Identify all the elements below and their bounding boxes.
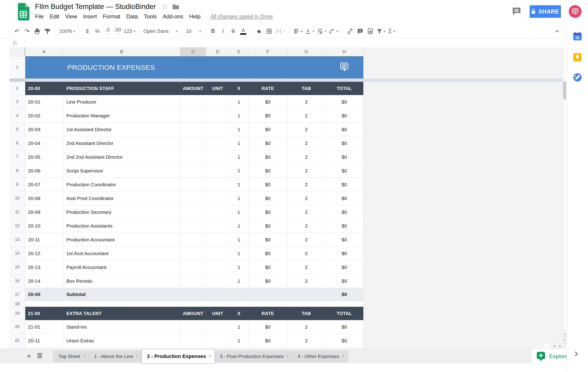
horizontal-align-button[interactable]: ▾ (293, 27, 303, 36)
cell-B13[interactable]: Production Accountant (63, 233, 180, 247)
account-avatar[interactable] (569, 5, 582, 18)
cell-B20[interactable]: Stand-ins (63, 320, 180, 334)
cell-G4[interactable]: 2 (287, 109, 326, 123)
cell-E2[interactable]: X (230, 82, 249, 95)
row-number-18[interactable]: 18 (10, 301, 25, 307)
cell-B19[interactable]: EXTRA TALENT (63, 307, 180, 320)
cell-G10[interactable]: 2 (287, 192, 326, 205)
cell-A10[interactable]: 20-08 (25, 192, 63, 205)
vertical-scrollbar-thumb[interactable] (563, 82, 566, 99)
cell-A5[interactable]: 20-03 (25, 123, 63, 136)
formula-input[interactable] (28, 39, 567, 47)
comments-icon[interactable] (512, 7, 521, 16)
cell-A20[interactable]: 21-01 (25, 320, 63, 334)
cell-F2[interactable]: RATE (249, 82, 287, 95)
scroll-up-button[interactable]: ▲ (563, 331, 567, 337)
cell-D14[interactable] (206, 247, 230, 260)
insert-comment-button[interactable] (356, 27, 364, 36)
tab-dropdown-icon[interactable]: ▾ (209, 354, 211, 358)
cell-F5[interactable]: $0 (249, 123, 287, 136)
sheet-tab-2-production-expenses[interactable]: 2 - Production Expenses▾ (142, 349, 215, 363)
cell-H11[interactable]: $0 (326, 205, 363, 219)
undo-button[interactable]: ↶ (13, 27, 21, 36)
increase-decimals-button[interactable]: .00→ (114, 27, 122, 36)
cell-H10[interactable]: $0 (326, 192, 363, 205)
cell-C3[interactable] (180, 95, 206, 109)
cell-A18[interactable] (25, 301, 63, 307)
menu-format[interactable]: Format (100, 13, 123, 20)
font-select[interactable]: Open Sans▾ (143, 27, 178, 36)
cell-G3[interactable]: 2 (287, 95, 326, 109)
collapse-panel-chevron-icon[interactable] (572, 350, 580, 358)
column-header-D[interactable]: D (206, 47, 230, 56)
cell-C12[interactable] (180, 219, 206, 233)
bold-button[interactable]: B (209, 27, 217, 36)
row-number-3[interactable]: 3 (10, 95, 25, 109)
cell-F9[interactable]: $0 (249, 178, 287, 192)
cell-D9[interactable] (206, 178, 230, 192)
column-header-G[interactable]: G (287, 47, 326, 56)
cell-E6[interactable]: 1 (230, 136, 249, 150)
row-number-6[interactable]: 6 (10, 136, 25, 150)
cell-B17[interactable]: Subtotal (63, 288, 180, 301)
cell-H17[interactable]: $0 (326, 288, 363, 301)
cell-G18[interactable] (287, 301, 326, 307)
cell-E8[interactable]: 1 (230, 164, 249, 178)
row-number-20[interactable]: 20 (10, 320, 25, 334)
cell-C17[interactable] (180, 288, 206, 301)
cell-C8[interactable] (180, 164, 206, 178)
cell-G14[interactable]: 2 (287, 247, 326, 260)
column-header-E[interactable]: E (230, 47, 249, 56)
cell-G6[interactable]: 2 (287, 136, 326, 150)
cell-A11[interactable]: 20-09 (25, 205, 63, 219)
cell-F6[interactable]: $0 (249, 136, 287, 150)
cell-A9[interactable]: 20-07 (25, 178, 63, 192)
cell-H8[interactable]: $0 (326, 164, 363, 178)
cell-H12[interactable]: $0 (326, 219, 363, 233)
cell-B4[interactable]: Production Manager (63, 109, 180, 123)
cell-B9[interactable]: Production Coordinator (63, 178, 180, 192)
cell-A16[interactable]: 20-14 (25, 274, 63, 288)
horizontal-scrollbar[interactable]: ◀ ▶ (544, 343, 567, 349)
font-size-select[interactable]: 10▾ (186, 27, 201, 36)
cell-F16[interactable]: $0 (249, 274, 287, 288)
cell-F14[interactable]: $0 (249, 247, 287, 260)
cell-H18[interactable] (326, 301, 363, 307)
cell-G19[interactable]: TAB (287, 307, 326, 320)
cell-A6[interactable]: 20-04 (25, 136, 63, 150)
collapse-toolbar-button[interactable] (554, 28, 561, 35)
add-sheet-button[interactable]: + (24, 350, 34, 362)
cell-A21[interactable]: 20-11 (25, 334, 63, 348)
sheets-logo-icon[interactable] (17, 3, 29, 21)
column-header-C[interactable]: C (180, 47, 206, 56)
cell-D19[interactable]: UNIT (206, 307, 230, 320)
insert-link-button[interactable] (346, 27, 354, 36)
cell-G16[interactable]: 2 (287, 274, 326, 288)
scroll-right-button[interactable]: ▶ (557, 343, 563, 349)
cell-F7[interactable]: $0 (249, 150, 287, 164)
cell-G15[interactable]: 2 (287, 260, 326, 274)
cell-A13[interactable]: 20-11 (25, 233, 63, 247)
cell-A14[interactable]: 20-12 (25, 247, 63, 260)
cell-D15[interactable] (206, 260, 230, 274)
cell-G21[interactable]: 2 (287, 334, 326, 348)
cell-G20[interactable]: 2 (287, 320, 326, 334)
cell-F10[interactable]: $0 (249, 192, 287, 205)
cell-F17[interactable] (249, 288, 287, 301)
menu-tools[interactable]: Tools (141, 13, 160, 20)
cell-G13[interactable]: 2 (287, 233, 326, 247)
cell-E12[interactable]: 1 (230, 219, 249, 233)
format-percent-button[interactable]: % (94, 27, 101, 36)
cell-G8[interactable]: 2 (287, 164, 326, 178)
cell-E14[interactable]: 1 (230, 247, 249, 260)
move-folder-icon[interactable] (172, 4, 179, 10)
frozen-row-divider[interactable] (10, 79, 363, 82)
cell-C11[interactable] (180, 205, 206, 219)
paint-format-button[interactable] (43, 27, 51, 36)
cell-B16[interactable]: Box Rentals (63, 274, 180, 288)
cell-C14[interactable] (180, 247, 206, 260)
cell-C15[interactable] (180, 260, 206, 274)
cell-C9[interactable] (180, 178, 206, 192)
tab-dropdown-icon[interactable]: ▾ (342, 354, 344, 358)
cell-H15[interactable]: $0 (326, 260, 363, 274)
